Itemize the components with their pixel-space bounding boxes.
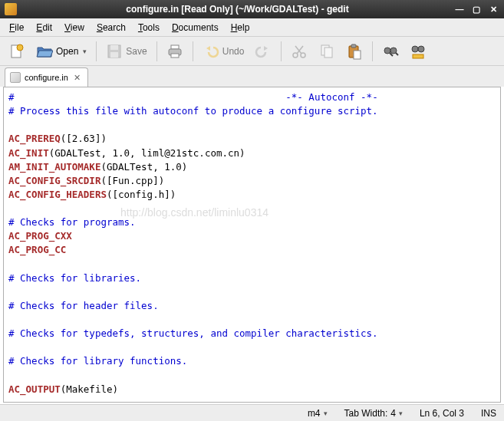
cut-button — [287, 40, 311, 63]
copy-button — [315, 40, 339, 63]
svg-rect-15 — [351, 44, 356, 48]
save-icon — [106, 43, 123, 60]
document-new-icon — [8, 43, 25, 60]
menu-search[interactable]: Search — [91, 20, 132, 35]
status-bar: m4 ▾ Tab Width: 4 ▾ Ln 6, Col 3 INS — [0, 404, 504, 421]
svg-point-17 — [384, 48, 390, 54]
window-controls: — ▢ ✕ — [453, 3, 499, 15]
menu-view[interactable]: View — [58, 20, 91, 35]
code-content: # -*- Autoconf -*- # Process this file w… — [4, 87, 500, 400]
svg-rect-16 — [354, 51, 361, 59]
cut-icon — [291, 43, 308, 60]
svg-rect-5 — [171, 45, 179, 49]
find-replace-icon — [410, 43, 427, 60]
editor-area[interactable]: http://blog.csdn.net/liminlu0314 # -*- A… — [3, 87, 501, 403]
chevron-down-icon: ▾ — [399, 409, 403, 417]
close-icon[interactable]: ✕ — [72, 72, 83, 83]
svg-point-21 — [412, 46, 418, 52]
tab-configure-in[interactable]: configure.in ✕ — [5, 67, 88, 87]
svg-rect-13 — [324, 48, 332, 58]
tab-label: configure.in — [25, 73, 68, 82]
find-button[interactable] — [378, 40, 403, 63]
open-button[interactable]: Open ▾ — [32, 40, 91, 63]
undo-icon — [203, 43, 219, 60]
new-button[interactable] — [5, 40, 29, 63]
tab-width-selector[interactable]: Tab Width: 4 ▾ — [344, 408, 403, 419]
chevron-down-icon: ▾ — [324, 409, 328, 417]
undo-label: Undo — [222, 46, 245, 57]
menu-edit[interactable]: Edit — [30, 20, 58, 35]
menu-bar: File Edit View Search Tools Documents He… — [0, 18, 504, 37]
app-icon — [5, 3, 17, 15]
redo-icon — [255, 43, 272, 60]
open-label: Open — [56, 46, 78, 57]
separator — [193, 41, 193, 61]
chevron-down-icon: ▾ — [83, 48, 87, 55]
maximize-button[interactable]: ▢ — [470, 3, 483, 15]
find-icon — [382, 43, 399, 60]
svg-line-20 — [396, 53, 398, 55]
window-title: configure.in [Read Only] (~/Work/GDALTes… — [21, 4, 453, 15]
separator — [96, 41, 97, 61]
separator — [281, 41, 282, 61]
menu-tools[interactable]: Tools — [132, 20, 166, 35]
cursor-position: Ln 6, Col 3 — [420, 408, 464, 419]
separator — [156, 41, 157, 61]
paste-icon — [346, 43, 363, 60]
copy-icon — [318, 43, 335, 60]
print-button[interactable] — [163, 40, 187, 63]
svg-rect-23 — [413, 54, 423, 58]
redo-button — [251, 40, 275, 63]
save-button: Save — [102, 40, 150, 63]
undo-button: Undo — [199, 40, 249, 63]
svg-point-19 — [390, 48, 397, 54]
find-replace-button[interactable] — [406, 40, 430, 63]
svg-rect-3 — [110, 45, 118, 50]
document-icon — [10, 72, 21, 83]
svg-rect-7 — [171, 54, 179, 58]
minimize-button[interactable]: — — [453, 3, 466, 15]
insert-mode[interactable]: INS — [481, 408, 496, 419]
language-selector[interactable]: m4 ▾ — [308, 408, 328, 419]
menu-documents[interactable]: Documents — [166, 20, 225, 35]
tab-bar: configure.in ✕ — [0, 66, 504, 87]
separator — [372, 41, 373, 61]
toolbar: Open ▾ Save Undo — [0, 37, 504, 66]
svg-rect-4 — [110, 52, 118, 58]
save-label: Save — [126, 46, 147, 57]
folder-open-icon — [36, 43, 53, 60]
print-icon — [166, 43, 183, 60]
svg-point-1 — [17, 44, 23, 51]
menu-help[interactable]: Help — [225, 20, 256, 35]
svg-point-22 — [418, 46, 424, 52]
menu-file[interactable]: File — [3, 20, 30, 35]
paste-button[interactable] — [342, 40, 367, 63]
title-bar: configure.in [Read Only] (~/Work/GDALTes… — [0, 0, 504, 18]
close-button[interactable]: ✕ — [487, 3, 499, 15]
